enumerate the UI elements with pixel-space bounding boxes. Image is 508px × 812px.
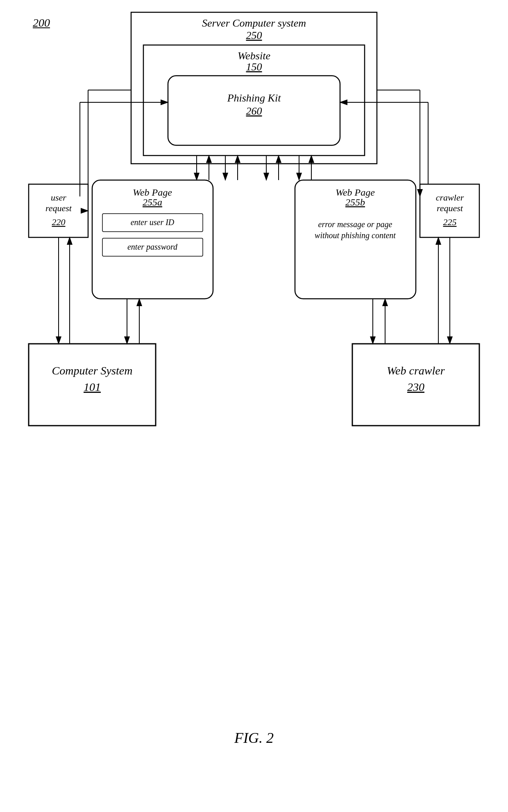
user-request-label2: request <box>45 203 72 213</box>
webpage-b-label: Web Page <box>336 187 375 198</box>
crawler-request-label2: request <box>437 203 463 213</box>
web-crawler-label: Web crawler <box>387 364 444 377</box>
crawler-request-id: 225 <box>443 217 457 227</box>
crawler-request-label: crawler <box>436 192 464 203</box>
server-computer-id: 250 <box>246 29 262 41</box>
computer-system-label: Computer System <box>52 364 133 377</box>
user-request-label: user <box>51 192 66 203</box>
figure-caption: FIG. 2 <box>16 729 492 747</box>
user-request-id: 220 <box>52 217 66 227</box>
webpage-a-label: Web Page <box>133 187 172 198</box>
diagram-svg: Server Computer system 250 Website 150 P… <box>16 8 492 643</box>
user-id-field: enter user ID <box>131 218 175 227</box>
website-label: Website <box>238 50 270 62</box>
computer-system-id: 101 <box>84 381 101 393</box>
web-crawler-id: 230 <box>407 381 424 393</box>
webpage-b-content1: error message or page <box>318 220 392 229</box>
webpage-b-id: 255b <box>345 197 365 208</box>
diagram-container: 200 Server Computer system 250 Website 1… <box>16 8 492 771</box>
phishing-kit-label: Phishing Kit <box>227 92 281 104</box>
webpage-a-id: 255a <box>143 197 162 208</box>
webpage-b-content2: without phishing content <box>315 231 396 240</box>
server-computer-label: Server Computer system <box>202 17 306 29</box>
website-id: 150 <box>246 61 262 73</box>
password-field: enter password <box>127 242 178 252</box>
phishing-kit-id: 260 <box>246 105 262 117</box>
